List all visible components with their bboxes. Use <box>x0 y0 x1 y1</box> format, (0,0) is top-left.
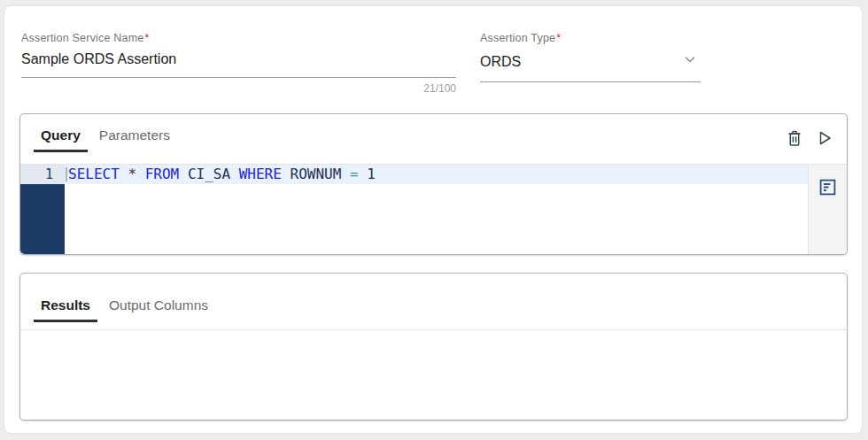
assertion-type-value: ORDS <box>480 53 521 71</box>
query-tabbar: Query Parameters <box>20 114 847 165</box>
code-token-keyword: WHERE <box>239 166 282 182</box>
assertion-service-name-input[interactable]: Sample ORDS Assertion <box>21 45 456 78</box>
text-cursor <box>66 167 67 181</box>
results-tabbar: Results Output Columns <box>20 274 847 330</box>
code-token-number: 1 <box>359 166 376 182</box>
assertion-service-name-label: Assertion Service Name* <box>21 32 456 45</box>
code-token-identifier: ROWNUM <box>282 166 350 182</box>
tab-query[interactable]: Query <box>34 126 88 152</box>
gutter-fill <box>20 184 65 254</box>
code-token-identifier: CI_SA <box>179 166 238 182</box>
required-asterisk: * <box>556 32 561 44</box>
code-token-keyword: FROM <box>145 166 180 182</box>
code-token-plain <box>136 166 145 182</box>
editor-side-panel <box>808 165 847 254</box>
trash-icon[interactable] <box>784 127 805 149</box>
line-number: 1 <box>20 165 65 184</box>
assertion-type-label: Assertion Type* <box>480 32 701 45</box>
assertion-type-label-text: Assertion Type <box>480 32 555 44</box>
query-panel: Query Parameters <box>19 113 848 255</box>
code-token-operator: = <box>350 166 359 182</box>
active-code-line[interactable]: SELECT * FROM CI_SA WHERE ROWNUM = 1 <box>65 165 808 184</box>
run-query-icon[interactable] <box>814 127 835 149</box>
code-area[interactable]: SELECT * FROM CI_SA WHERE ROWNUM = 1 <box>65 165 808 254</box>
code-token-plain <box>120 166 128 182</box>
chevron-down-icon[interactable] <box>681 50 699 73</box>
editor-line-number-gutter: 1 <box>20 165 65 254</box>
assertion-service-name-label-text: Assertion Service Name <box>21 32 143 44</box>
results-panel: Results Output Columns <box>19 273 848 421</box>
assertion-service-name-field: Assertion Service Name* Sample ORDS Asse… <box>21 32 456 95</box>
assertion-form-container: Assertion Service Name* Sample ORDS Asse… <box>4 5 863 434</box>
code-line-content: SELECT * FROM CI_SA WHERE ROWNUM = 1 <box>68 166 376 182</box>
code-token-star: * <box>128 166 136 182</box>
results-body <box>20 330 847 420</box>
required-asterisk: * <box>144 32 149 44</box>
char-counter: 21/100 <box>21 82 456 95</box>
tab-parameters[interactable]: Parameters <box>92 126 177 152</box>
sql-code-editor[interactable]: 1 SELECT * FROM CI_SA WHERE ROWNUM = 1 <box>20 165 847 254</box>
query-toolbar <box>784 127 835 149</box>
assertion-service-name-value: Sample ORDS Assertion <box>21 50 176 68</box>
assertion-type-field: Assertion Type* ORDS <box>480 32 701 82</box>
code-token-keyword: SELECT <box>68 166 120 182</box>
tab-output-columns[interactable]: Output Columns <box>102 296 215 322</box>
assertion-type-select[interactable]: ORDS <box>480 45 701 82</box>
document-lines-icon[interactable] <box>818 176 839 197</box>
tab-results[interactable]: Results <box>34 296 97 322</box>
